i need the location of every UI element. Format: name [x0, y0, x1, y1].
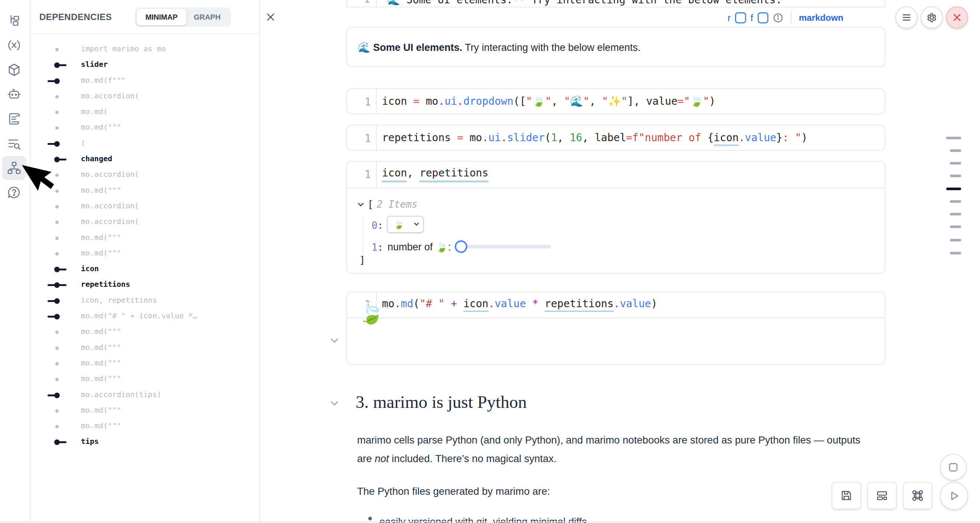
- view-tab-group: MINIMAP GRAPH: [135, 8, 231, 27]
- stop-button[interactable]: [940, 454, 967, 481]
- minimap-row[interactable]: mo.md(: [30, 104, 259, 120]
- shutdown-button[interactable]: [946, 6, 968, 29]
- reactive-checkbox[interactable]: [735, 12, 746, 23]
- minimap-row[interactable]: mo.md(""": [30, 246, 259, 262]
- minimap-row[interactable]: mo.md("# " + icon.value *…: [30, 309, 259, 324]
- fstring-checkbox[interactable]: [758, 12, 768, 23]
- minimap-row[interactable]: mo.md(""": [30, 403, 259, 419]
- cell-code[interactable]: icon, repetitions: [382, 167, 488, 179]
- scroll-mark[interactable]: [950, 252, 961, 254]
- line-number: 1: [347, 132, 371, 145]
- scroll-mark[interactable]: [946, 137, 961, 139]
- chevron-down-icon: [414, 222, 420, 226]
- panel-title: DEPENDENCIES: [39, 12, 112, 22]
- cell-code[interactable]: icon = mo.ui.dropdown(["🍃", "🌊", "✨"], v…: [382, 95, 715, 107]
- notebook-menu-button[interactable]: [896, 6, 918, 29]
- cell-divider: [347, 317, 885, 318]
- minimap-row[interactable]: repetitions: [30, 277, 259, 293]
- outline-icon[interactable]: [2, 131, 26, 155]
- scroll-mark[interactable]: [950, 213, 961, 215]
- cell-marker-icon: [48, 403, 68, 419]
- code-cell-slider[interactable]: 1 repetitions = mo.ui.slider(1, 16, labe…: [346, 125, 885, 151]
- tab-minimap[interactable]: MINIMAP: [137, 9, 186, 25]
- minimap-row[interactable]: mo.md(""": [30, 419, 259, 434]
- minimap-row[interactable]: tips: [30, 434, 259, 450]
- minimap-row[interactable]: mo.md(""": [30, 230, 259, 246]
- cell-code[interactable]: repetitions = mo.ui.slider(1, 16, label=…: [382, 131, 807, 144]
- file-explorer-icon[interactable]: [2, 9, 26, 33]
- minimap-list: import marimo as moslidermo.md(f"""mo.ac…: [30, 41, 259, 450]
- minimap-row[interactable]: mo.accordion(tips): [30, 387, 259, 403]
- collapse-output-chevron-icon[interactable]: [329, 337, 339, 344]
- scroll-mark[interactable]: [950, 162, 961, 164]
- fstring-toggle-label: f: [751, 13, 753, 23]
- section-heading: 3. marimo is just Python: [356, 392, 527, 412]
- cell-marker-icon: [48, 57, 68, 73]
- code-cell-dropdown[interactable]: 1 icon = mo.ui.dropdown(["🍃", "🌊", "✨"],…: [346, 88, 885, 115]
- toolbar-divider: [791, 11, 791, 24]
- settings-button[interactable]: [921, 6, 943, 29]
- cell-code[interactable]: 🌊 Some UI elements.** Try interacting wi…: [387, 0, 782, 6]
- minimap-cell-label: mo.accordion(: [81, 170, 139, 179]
- minimap-cell-label: (: [81, 139, 85, 147]
- line-number: 1: [352, 0, 370, 5]
- language-select[interactable]: markdown: [799, 13, 843, 23]
- scroll-mark[interactable]: [950, 175, 961, 177]
- repetitions-slider-track[interactable]: [461, 245, 551, 249]
- minimap-row[interactable]: mo.accordion(: [30, 89, 259, 104]
- minimap-row[interactable]: slider: [30, 57, 259, 73]
- ai-assistant-icon[interactable]: [2, 83, 26, 106]
- icon-dropdown[interactable]: 🍃: [387, 216, 424, 233]
- minimap-row[interactable]: mo.md(""": [30, 340, 259, 356]
- scroll-mark[interactable]: [950, 239, 961, 241]
- minimap-row[interactable]: icon: [30, 262, 259, 277]
- help-icon[interactable]: [2, 180, 26, 204]
- minimap-row[interactable]: mo.accordion(: [30, 214, 259, 230]
- minimap-row[interactable]: mo.md(""": [30, 356, 259, 372]
- minimap-cell-label: mo.md(""": [81, 249, 121, 257]
- minimap-cell-label: mo.md(""": [81, 421, 121, 430]
- variables-icon[interactable]: [2, 33, 26, 57]
- wave-output-text: 🌊 Some UI elements. Try interacting with…: [358, 41, 641, 54]
- minimap-row[interactable]: mo.accordion(: [30, 199, 259, 214]
- minimap-cell-label: mo.md(f""": [81, 76, 126, 85]
- layout-grid-icon: [876, 489, 888, 502]
- packages-icon[interactable]: [2, 58, 26, 82]
- run-button[interactable]: [940, 482, 968, 510]
- minimap-cell-label: repetitions: [81, 280, 130, 289]
- line-number: 1: [347, 168, 371, 180]
- minimap-row[interactable]: mo.md(f""": [30, 73, 259, 89]
- minimap-row[interactable]: icon, repetitions: [30, 293, 259, 309]
- scroll-mark[interactable]: [950, 225, 961, 228]
- logs-icon[interactable]: [2, 107, 26, 131]
- scroll-mark[interactable]: [950, 200, 961, 203]
- save-button[interactable]: [832, 482, 861, 509]
- minimap-row[interactable]: mo.md(""": [30, 324, 259, 340]
- wave-emoji: 🌊: [358, 42, 371, 53]
- markdown-editor-cell-cut[interactable]: 1 🌊 Some UI elements.** Try interacting …: [346, 0, 885, 8]
- minimap-cell-label: mo.md(""": [81, 374, 121, 383]
- tree-chevron-icon[interactable]: [358, 202, 364, 208]
- cell-code[interactable]: mo.md("# " + icon.value * repetitions.va…: [382, 298, 657, 310]
- repetitions-slider-handle[interactable]: [455, 240, 467, 253]
- cell-marker-icon: [48, 309, 68, 324]
- scroll-mark[interactable]: [950, 149, 961, 152]
- keyboard-shortcuts-button[interactable]: [903, 482, 932, 509]
- minimap-cell-label: mo.accordion(: [81, 201, 139, 210]
- scroll-mark-current[interactable]: [946, 188, 961, 190]
- minimap-row[interactable]: import marimo as mo: [30, 41, 259, 57]
- minimap-row[interactable]: (: [30, 136, 259, 151]
- reactive-toggle-label: r: [727, 13, 730, 23]
- minimap-row[interactable]: mo.md(""": [30, 120, 259, 136]
- collapse-section-chevron-icon[interactable]: [329, 400, 339, 407]
- layout-button[interactable]: [867, 482, 897, 509]
- minimap-row[interactable]: mo.md(""": [30, 372, 259, 387]
- minimap-cell-label: tips: [81, 437, 99, 446]
- info-icon[interactable]: [773, 13, 783, 23]
- tree-close-bracket: ]: [360, 254, 365, 266]
- cell-marker-icon: [48, 372, 68, 387]
- close-panel-icon[interactable]: [265, 11, 276, 23]
- minimap-row[interactable]: changed: [30, 151, 259, 167]
- minimap-cell-label: icon: [81, 264, 99, 273]
- tab-graph[interactable]: GRAPH: [186, 9, 228, 25]
